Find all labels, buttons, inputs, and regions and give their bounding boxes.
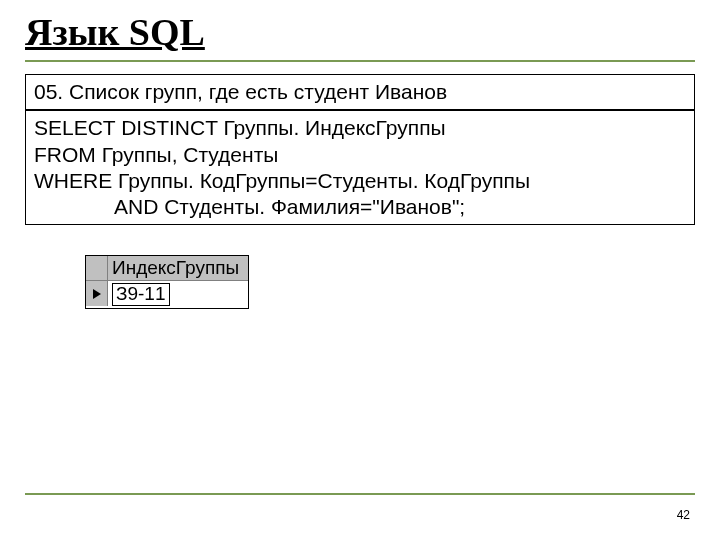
grid-header-row: ИндексГруппы [86, 256, 248, 281]
task-box: 05. Список групп, где есть студент Ивано… [25, 74, 695, 110]
column-header: ИндексГруппы [108, 256, 248, 281]
svg-marker-0 [93, 289, 101, 299]
page-number: 42 [677, 508, 690, 522]
sql-box: SELECT DISTINCT Группы. ИндексГруппы FRO… [25, 110, 695, 225]
grid-data-row: З9-11 [86, 281, 248, 308]
sql-line-1: SELECT DISTINCT Группы. ИндексГруппы [34, 115, 686, 141]
data-value: З9-11 [112, 283, 170, 306]
data-cell: З9-11 [108, 281, 248, 308]
footer-rule [25, 493, 695, 495]
row-selector-current [86, 281, 108, 306]
sql-line-3: WHERE Группы. КодГруппы=Студенты. КодГру… [34, 168, 686, 194]
title-rule [25, 60, 695, 62]
row-selector-header [86, 256, 108, 281]
task-text: 05. Список групп, где есть студент Ивано… [34, 79, 686, 105]
sql-line-4: AND Студенты. Фамилия="Иванов"; [34, 194, 686, 220]
current-row-icon [92, 288, 102, 300]
slide-title: Язык SQL [25, 10, 695, 54]
sql-line-2: FROM Группы, Студенты [34, 142, 686, 168]
result-grid: ИндексГруппы З9-11 [85, 255, 249, 309]
